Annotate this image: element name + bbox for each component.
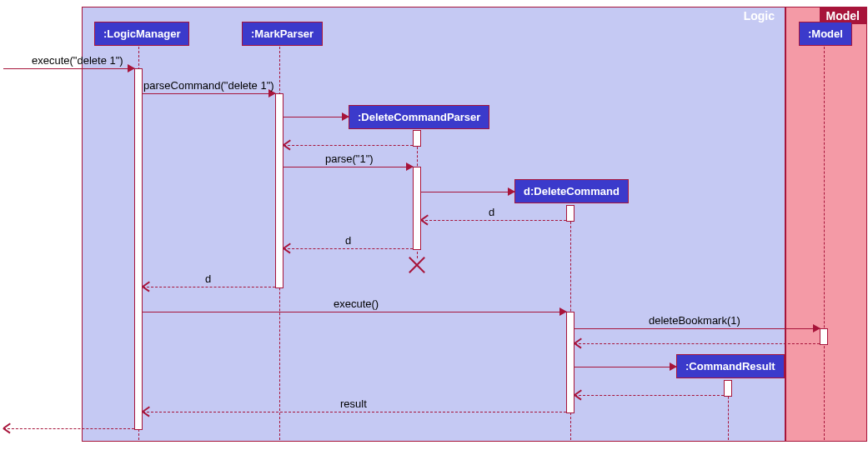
msg-return-dcp-create xyxy=(283,145,413,146)
activation-delete-command-1 xyxy=(566,205,574,222)
activation-delete-command-parser-2 xyxy=(413,167,421,250)
participant-delete-command-parser: :DeleteCommandParser xyxy=(349,105,489,129)
participant-command-result: :CommandResult xyxy=(676,354,785,378)
msg-result-label: result xyxy=(340,398,367,410)
participant-mark-parser: :MarkParser xyxy=(242,22,323,46)
msg-result xyxy=(143,412,566,412)
msg-return-d3 xyxy=(143,287,275,288)
msg-return-d1-label: d xyxy=(489,206,494,218)
participant-model: :Model xyxy=(799,22,852,46)
msg-delete-bookmark-label: deleteBookmark(1) xyxy=(649,314,740,327)
activation-delete-command-2 xyxy=(566,312,574,413)
logic-frame-label: Logic xyxy=(734,8,785,24)
msg-return-d2-label: d xyxy=(345,234,351,247)
activation-logic-manager xyxy=(134,68,143,430)
activation-model xyxy=(820,328,828,345)
msg-return-external xyxy=(3,428,134,429)
activation-mark-parser xyxy=(275,93,283,288)
msg-execute-call xyxy=(143,312,566,312)
activation-command-result xyxy=(724,380,732,397)
msg-parse xyxy=(283,167,413,168)
msg-execute-in-label: execute("delete 1") xyxy=(32,54,123,67)
msg-return-d2 xyxy=(283,248,413,249)
participant-delete-command: d:DeleteCommand xyxy=(514,179,629,203)
destroy-delete-command-parser xyxy=(409,257,425,273)
msg-return-cr xyxy=(574,395,724,396)
msg-parse-label: parse("1") xyxy=(325,152,374,165)
activation-delete-command-parser-1 xyxy=(413,130,421,147)
msg-parse-command xyxy=(143,93,275,94)
msg-delete-bookmark xyxy=(574,328,820,329)
participant-logic-manager: :LogicManager xyxy=(94,22,189,46)
msg-parse-command-label: parseCommand("delete 1") xyxy=(143,79,274,92)
msg-create-cr xyxy=(574,367,676,368)
msg-execute-in xyxy=(3,68,134,69)
msg-execute-call-label: execute() xyxy=(334,298,379,310)
msg-return-model xyxy=(574,343,820,344)
msg-create-dc xyxy=(421,192,514,192)
lifeline-model xyxy=(824,47,825,440)
msg-return-d1 xyxy=(421,220,566,221)
model-frame: Model xyxy=(785,7,867,442)
msg-create-dcp xyxy=(283,117,349,118)
msg-return-d3-label: d xyxy=(205,272,211,285)
